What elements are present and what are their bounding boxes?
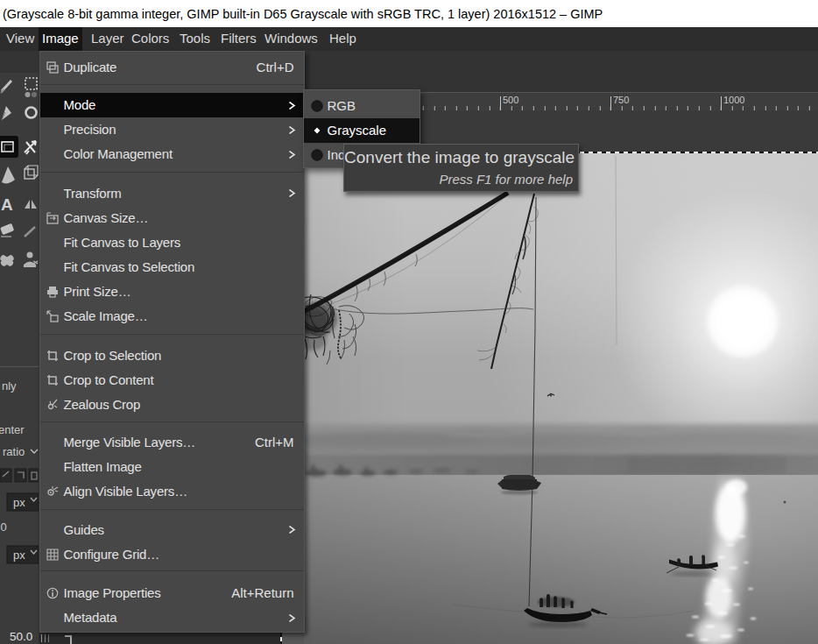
- svg-text:nly: nly: [2, 379, 17, 393]
- svg-text:50.0: 50.0: [10, 630, 32, 643]
- svg-text:A: A: [1, 195, 13, 214]
- svg-text:.0: .0: [0, 520, 7, 534]
- svg-text:px: px: [13, 495, 25, 508]
- svg-text:ratio: ratio: [3, 445, 25, 458]
- svg-text:px: px: [13, 548, 25, 561]
- svg-text:enter: enter: [0, 423, 25, 436]
